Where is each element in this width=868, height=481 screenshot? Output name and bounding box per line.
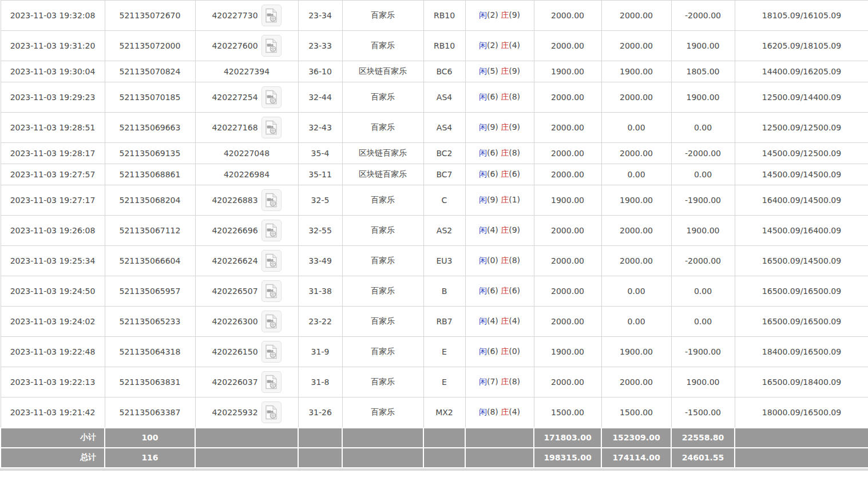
round-id-cell: 420227254	[195, 82, 298, 113]
player-label: 闲	[479, 122, 487, 132]
summary-empty-cell	[465, 448, 534, 468]
record-row: 2023-11-03 19:31:20521135072000420227600…	[1, 31, 868, 61]
summary-empty-cell	[342, 428, 423, 448]
record-row: 2023-11-03 19:27:57521135068861420226984…	[1, 164, 868, 185]
round-id-text: 420226507	[212, 287, 257, 296]
video-playback-button[interactable]	[261, 5, 282, 26]
bet-time-cell: 2023-11-03 19:25:34	[1, 246, 105, 276]
round-id-text: 420226883	[212, 196, 257, 205]
bet-amount-cell: 2000.00	[534, 143, 601, 164]
video-playback-button[interactable]	[261, 341, 282, 363]
player-score: (6)	[487, 347, 501, 356]
round-id-text: 420226696	[212, 226, 257, 235]
video-playback-button[interactable]	[261, 371, 282, 393]
bet-amount-cell: 1900.00	[534, 337, 601, 367]
banker-label: 庄	[501, 122, 509, 132]
round-id-wrap: 420226300	[196, 311, 298, 332]
bet-amount-cell: 2000.00	[534, 1, 601, 31]
video-playback-button[interactable]	[261, 35, 282, 57]
video-playback-button[interactable]	[261, 117, 282, 138]
round-id-wrap: 420226507	[196, 280, 298, 302]
record-row: 2023-11-03 19:30:04521135070824420227394…	[1, 61, 868, 82]
bet-amount-cell: 2000.00	[534, 276, 601, 307]
win-loss-cell: 1900.00	[671, 367, 735, 397]
summary-empty-cell	[195, 448, 298, 468]
valid-amount-cell: 0.00	[601, 276, 671, 307]
valid-amount-cell: 1900.00	[601, 185, 671, 216]
valid-amount-cell: 1500.00	[601, 397, 671, 428]
valid-amount-cell: 2000.00	[601, 246, 671, 276]
win-loss-cell: 1900.00	[671, 82, 735, 113]
banker-label: 庄	[501, 41, 509, 50]
player-label: 闲	[479, 195, 487, 204]
round-id-wrap: 420226037	[196, 371, 298, 393]
bet-amount-cell: 1500.00	[534, 397, 601, 428]
video-playback-button[interactable]	[261, 250, 282, 272]
table-code-cell: BC7	[423, 164, 465, 185]
video-playback-button[interactable]	[261, 402, 282, 423]
banker-score: (9)	[509, 122, 520, 132]
bet-amount-cell: 2000.00	[534, 246, 601, 276]
balance-cell: 18000.09/16500.09	[735, 397, 868, 428]
video-playback-button[interactable]	[261, 311, 282, 332]
player-label: 闲	[479, 41, 487, 50]
shoe-round-cell: 33-49	[298, 246, 342, 276]
shoe-round-cell: 36-10	[298, 61, 342, 82]
table-code-cell: MX2	[423, 397, 465, 428]
player-score: (5)	[487, 66, 501, 75]
record-row: 2023-11-03 19:32:08521135072670420227730…	[1, 1, 868, 31]
win-loss-cell: 0.00	[671, 164, 735, 185]
video-file-icon	[265, 405, 278, 420]
player-label: 闲	[479, 169, 487, 178]
valid-amount-cell: 2000.00	[601, 143, 671, 164]
balance-cell: 16500.09/14500.09	[735, 246, 868, 276]
round-id-cell: 420225932	[195, 397, 298, 428]
round-id-text: 420227254	[212, 93, 257, 102]
summary-label-cell: 总计	[1, 448, 105, 468]
bet-id-cell: 521135069663	[105, 113, 195, 143]
record-row: 2023-11-03 19:26:08521135067112420226696…	[1, 216, 868, 246]
result-cell: 闲(7) 庄(8)	[465, 367, 534, 397]
bet-id-cell: 521135066604	[105, 246, 195, 276]
valid-amount-cell: 0.00	[601, 164, 671, 185]
bet-time-cell: 2023-11-03 19:29:23	[1, 82, 105, 113]
player-score: (0)	[487, 256, 501, 265]
banker-score: (9)	[509, 10, 520, 19]
bet-id-cell: 521135063387	[105, 397, 195, 428]
summary-winloss-total-cell: 22558.80	[671, 428, 735, 448]
video-playback-button[interactable]	[261, 189, 282, 211]
table-code-cell: BC6	[423, 61, 465, 82]
video-file-icon	[265, 314, 278, 329]
banker-score: (9)	[509, 225, 520, 234]
record-row: 2023-11-03 19:29:23521135070185420227254…	[1, 82, 868, 113]
balance-cell: 18105.09/16105.09	[735, 1, 868, 31]
result-cell: 闲(4) 庄(9)	[465, 216, 534, 246]
bet-id-cell: 521135068861	[105, 164, 195, 185]
summary-count-cell: 100	[105, 428, 195, 448]
result-cell: 闲(5) 庄(9)	[465, 61, 534, 82]
table-code-cell: B	[423, 276, 465, 307]
bet-time-cell: 2023-11-03 19:28:51	[1, 113, 105, 143]
shoe-round-cell: 32-55	[298, 216, 342, 246]
game-name-cell: 百家乐	[342, 82, 423, 113]
video-file-icon	[265, 8, 278, 23]
player-label: 闲	[479, 225, 487, 234]
balance-cell: 18400.09/16500.09	[735, 337, 868, 367]
round-id-cell: 420226696	[195, 216, 298, 246]
shoe-round-cell: 35-4	[298, 143, 342, 164]
video-playback-button[interactable]	[261, 280, 282, 302]
player-label: 闲	[479, 10, 487, 19]
result-cell: 闲(6) 庄(6)	[465, 164, 534, 185]
summary-empty-cell	[735, 448, 868, 468]
result-cell: 闲(6) 庄(0)	[465, 337, 534, 367]
game-name-cell: 百家乐	[342, 113, 423, 143]
round-id-cell: 420226984	[195, 164, 298, 185]
win-loss-cell: 0.00	[671, 113, 735, 143]
bet-records-table: 2023-11-03 19:32:08521135072670420227730…	[0, 0, 868, 468]
video-playback-button[interactable]	[261, 86, 282, 108]
valid-amount-cell: 0.00	[601, 307, 671, 337]
round-id-text: 420227048	[224, 149, 269, 158]
video-playback-button[interactable]	[261, 220, 282, 241]
table-code-cell: C	[423, 185, 465, 216]
record-row: 2023-11-03 19:27:17521135068204420226883…	[1, 185, 868, 216]
